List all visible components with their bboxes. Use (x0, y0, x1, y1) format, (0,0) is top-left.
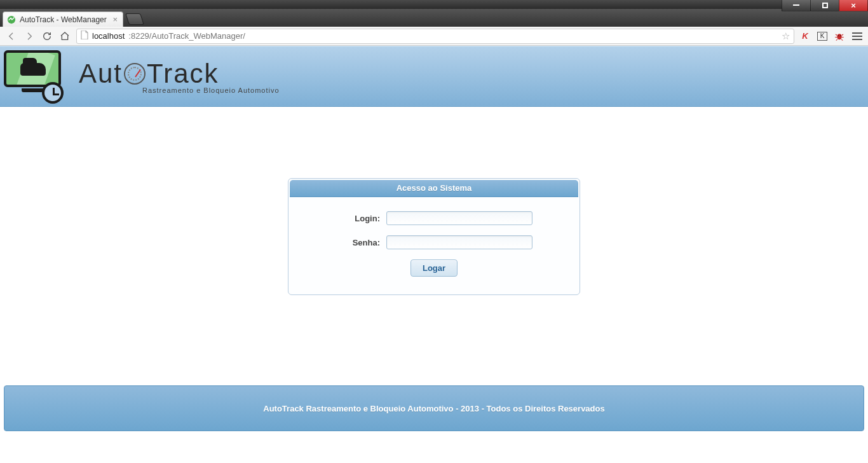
nav-back-button[interactable] (5, 30, 18, 43)
os-titlebar: × (0, 0, 868, 9)
brand-wordmark: AutTrack (79, 59, 280, 89)
browser-tab-title: AutoTrack - WebManager (20, 15, 107, 24)
browser-toolbar: localhost:8229/AutoTrack_WebManager/ ☆ K… (0, 27, 868, 46)
logo-mark-icon (4, 49, 67, 104)
tab-close-icon[interactable]: × (112, 15, 118, 24)
gauge-icon (124, 63, 146, 85)
svg-point-3 (840, 35, 841, 36)
extension-icons: K K (799, 31, 863, 42)
footer-text: AutoTrack Rastreamento e Bloqueio Automo… (263, 404, 604, 413)
login-input[interactable] (386, 211, 532, 225)
window-maximize-button[interactable] (810, 0, 839, 11)
app-logo: AutTrack Rastreamento e Bloqueio Automot… (4, 49, 280, 104)
chrome-menu-button[interactable] (851, 31, 863, 42)
extension-kaspersky-icon[interactable]: K (799, 31, 811, 42)
nav-forward-button[interactable] (23, 30, 36, 43)
app-footer: AutoTrack Rastreamento e Bloqueio Automo… (4, 385, 864, 431)
brand-text-part1: Aut (79, 59, 123, 89)
brand-tagline: Rastreamento e Bloqueio Automotivo (142, 86, 280, 94)
brand-text-part2: Track (147, 59, 219, 89)
url-host: localhost (92, 31, 125, 41)
login-button[interactable]: Logar (410, 259, 458, 277)
app-header-banner: AutTrack Rastreamento e Bloqueio Automot… (0, 46, 868, 107)
new-tab-button[interactable] (125, 13, 144, 25)
extension-bug-icon[interactable] (834, 31, 845, 42)
svg-point-2 (838, 35, 839, 36)
page-icon (81, 31, 88, 41)
browser-tab-active[interactable]: AutoTrack - WebManager × (3, 11, 123, 27)
favicon-icon (7, 15, 16, 24)
window-close-button[interactable]: × (839, 0, 868, 11)
bookmark-star-icon[interactable]: ☆ (782, 31, 790, 42)
login-label: Login: (336, 214, 380, 223)
window-minimize-button[interactable] (782, 0, 811, 11)
page-viewport: AutTrack Rastreamento e Bloqueio Automot… (0, 46, 868, 463)
browser-tab-strip: AutoTrack - WebManager × (0, 9, 868, 27)
url-path: :8229/AutoTrack_WebManager/ (128, 31, 245, 41)
login-panel-title: Acesso ao Sistema (290, 180, 578, 197)
extension-k-box-icon[interactable]: K (817, 32, 827, 41)
address-bar[interactable]: localhost:8229/AutoTrack_WebManager/ ☆ (76, 29, 794, 44)
password-label: Senha: (336, 238, 380, 247)
svg-point-1 (837, 34, 842, 39)
nav-home-button[interactable] (58, 30, 71, 43)
login-panel: Acesso ao Sistema Login: Senha: Logar (288, 178, 580, 295)
password-input[interactable] (386, 235, 532, 249)
nav-reload-button[interactable] (41, 30, 53, 43)
